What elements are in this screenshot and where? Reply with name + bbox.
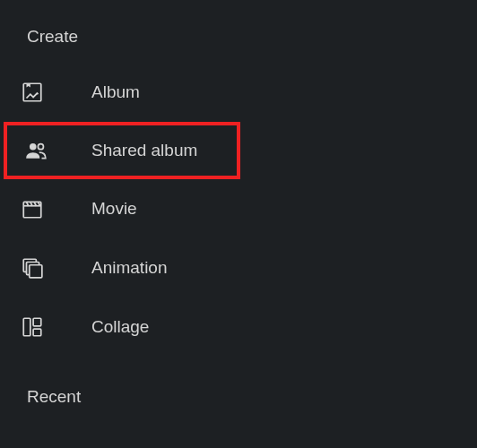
- svg-rect-0: [23, 83, 41, 101]
- album-icon: [20, 80, 45, 105]
- section-header-create: Create: [0, 27, 477, 63]
- svg-rect-9: [33, 329, 41, 336]
- menu-item-collage[interactable]: Collage: [0, 297, 477, 357]
- section-header-recent: Recent: [0, 387, 477, 423]
- svg-rect-6: [30, 265, 42, 278]
- menu-item-label: Movie: [91, 199, 137, 219]
- svg-point-2: [38, 144, 43, 150]
- menu-item-album[interactable]: Album: [0, 63, 477, 122]
- collage-icon: [20, 314, 45, 340]
- menu-item-label: Album: [91, 82, 140, 102]
- movie-icon: [20, 196, 45, 221]
- svg-point-1: [30, 143, 37, 151]
- menu-item-animation[interactable]: Animation: [0, 238, 477, 297]
- animation-icon: [20, 255, 45, 280]
- menu-item-shared-album[interactable]: Shared album: [4, 122, 240, 179]
- menu-item-label: Shared album: [91, 141, 197, 160]
- shared-album-icon: [23, 138, 48, 163]
- menu-item-label: Animation: [91, 258, 168, 278]
- menu-item-label: Collage: [91, 317, 149, 337]
- menu-item-movie[interactable]: Movie: [0, 179, 477, 238]
- svg-rect-8: [33, 318, 41, 326]
- svg-rect-7: [23, 318, 30, 336]
